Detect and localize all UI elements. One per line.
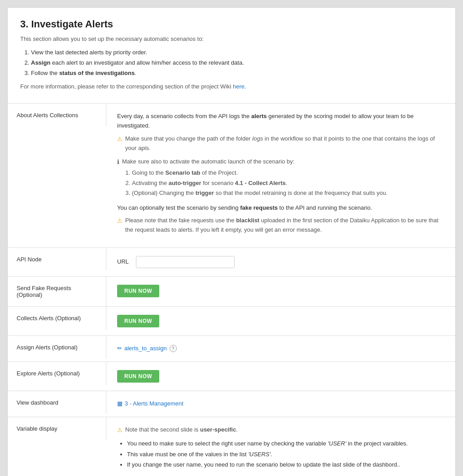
assign-alerts-row: Assign Alerts (Optional) ✏ alerts_to_ass… xyxy=(8,336,455,362)
explore-alerts-label: Explore Alerts (Optional) xyxy=(8,362,106,385)
explore-alerts-content: RUN NOW xyxy=(106,362,455,391)
header-section: 3. Investigate Alerts This section allow… xyxy=(8,8,455,104)
main-card: 3. Investigate Alerts This section allow… xyxy=(7,7,456,476)
info-step-2: Activating the auto-trigger for scenario… xyxy=(132,179,388,188)
view-dashboard-row: View dashboard ▦ 3 - Alerts Management xyxy=(8,391,455,417)
dashboard-link[interactable]: ▦ 3 - Alerts Management xyxy=(117,399,183,409)
api-node-label: API Node xyxy=(8,248,106,271)
variable-display-content: ⚠ Note that the second slide is user-spe… xyxy=(106,417,455,476)
api-node-content: URL xyxy=(106,248,455,276)
about-info-text: Make sure also to activate the automatic… xyxy=(122,158,294,165)
variable-display-row: Variable display ⚠ Note that the second … xyxy=(8,417,455,476)
step-1: View the last detected alerts by priorit… xyxy=(31,47,443,57)
assign-alerts-link[interactable]: ✏ alerts_to_assign xyxy=(117,344,167,353)
view-dashboard-label: View dashboard xyxy=(8,391,106,414)
about-info-content: Make sure also to activate the automatic… xyxy=(122,157,388,198)
variable-bullet-1: You need to make sure to select the righ… xyxy=(127,439,445,448)
info-step-1: Going to the Scenario tab of the Project… xyxy=(132,168,388,177)
assign-link-label: alerts_to_assign xyxy=(124,344,167,353)
warning-icon-3: ⚠ xyxy=(117,426,122,435)
send-fake-label: Send Fake Requests (Optional) xyxy=(8,277,106,306)
about-info-block: ℹ Make sure also to activate the automat… xyxy=(117,157,445,198)
view-dashboard-content: ▦ 3 - Alerts Management xyxy=(106,391,455,417)
variable-note: Note that the second slide is user-speci… xyxy=(125,425,238,435)
about-content: Every day, a scenario collects from the … xyxy=(106,104,455,247)
intro-text: This section allows you to set up the ne… xyxy=(20,35,443,44)
variable-warning-block: ⚠ Note that the second slide is user-spe… xyxy=(117,425,445,435)
warning-icon-2: ⚠ xyxy=(117,216,122,226)
dashboard-icon: ▦ xyxy=(117,399,122,409)
step-list: View the last detected alerts by priorit… xyxy=(20,47,443,79)
send-fake-content: RUN NOW xyxy=(106,277,455,305)
send-fake-row: Send Fake Requests (Optional) RUN NOW xyxy=(8,277,455,307)
about-warning2-block: ⚠ Please note that the fake requests use… xyxy=(117,216,445,235)
about-info-steps: Going to the Scenario tab of the Project… xyxy=(122,168,388,198)
url-label: URL xyxy=(117,257,129,267)
variable-bullet-2: This value must be one of the values in … xyxy=(127,450,445,459)
step-3: Follow the status of the investigations. xyxy=(31,68,443,78)
variable-display-label: Variable display xyxy=(8,417,106,440)
collect-alerts-label: Collects Alerts (Optional) xyxy=(8,307,106,330)
about-warning1-text: Make sure that you change the path of th… xyxy=(125,134,445,153)
run-now-button-3[interactable]: RUN NOW xyxy=(117,370,159,383)
about-test: You can optionally test the scenario by … xyxy=(117,203,445,213)
run-now-button-2[interactable]: RUN NOW xyxy=(117,315,159,327)
variable-bullet-3: If you change the user name, you need to… xyxy=(127,460,445,469)
api-node-row: API Node URL xyxy=(8,248,455,277)
wiki-link[interactable]: here. xyxy=(233,83,246,90)
page-title: 3. Investigate Alerts xyxy=(20,18,443,30)
assign-alerts-label: Assign Alerts (Optional) xyxy=(8,336,106,359)
info-icon-1: ℹ xyxy=(117,158,119,167)
step-2: Assign each alert to an investigator and… xyxy=(31,57,443,68)
collect-alerts-content: RUN NOW xyxy=(106,307,455,335)
pencil-icon: ✏ xyxy=(117,344,122,353)
run-now-button-1[interactable]: RUN NOW xyxy=(117,285,159,297)
about-warning1-block: ⚠ Make sure that you change the path of … xyxy=(117,134,445,153)
assign-alerts-content: ✏ alerts_to_assign ? xyxy=(106,336,455,361)
help-icon-assign[interactable]: ? xyxy=(170,345,177,352)
about-label: About Alerts Collections xyxy=(8,104,106,127)
url-row: URL xyxy=(117,256,445,268)
variable-bullets: You need to make sure to select the righ… xyxy=(117,439,445,469)
url-input[interactable] xyxy=(136,256,235,268)
warning-icon-1: ⚠ xyxy=(117,135,122,144)
wiki-ref: For more information, please refer to th… xyxy=(20,82,443,91)
about-warning2-text: Please note that the fake requests use t… xyxy=(125,216,445,235)
dashboard-link-label: 3 - Alerts Management xyxy=(125,399,183,409)
info-step-3: (Optional) Changing the trigger so that … xyxy=(132,189,388,198)
explore-alerts-row: Explore Alerts (Optional) RUN NOW xyxy=(8,362,455,391)
collect-alerts-row: Collects Alerts (Optional) RUN NOW xyxy=(8,307,455,336)
about-row: About Alerts Collections Every day, a sc… xyxy=(8,104,455,248)
about-intro: Every day, a scenario collects from the … xyxy=(117,112,445,131)
